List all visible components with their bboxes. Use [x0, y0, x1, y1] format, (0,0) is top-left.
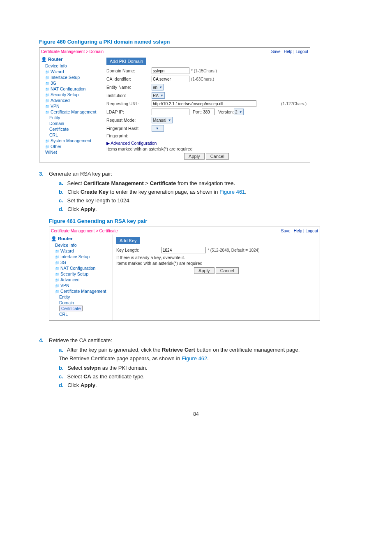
key-length-label: Key Length:: [116, 248, 161, 253]
hint: (1-127Chars.): [281, 102, 307, 106]
step-3c: c. Set the key length to 1024.: [59, 197, 353, 204]
tree-root[interactable]: 👤 Router: [51, 236, 111, 241]
step-4a-para: The Retrieve Certificate page appears, a…: [49, 355, 353, 362]
step-3b: b. Click Create Key to enter the key gen…: [59, 189, 353, 195]
tree-item[interactable]: Advanced: [45, 97, 101, 103]
tree-item[interactable]: NAT Configuration: [55, 265, 111, 271]
institution-select[interactable]: RA▼: [152, 92, 165, 99]
screenshot-461: Certificate Management > Certificate Sav…: [49, 227, 320, 321]
port-input[interactable]: [202, 109, 215, 115]
figure-461-link[interactable]: Figure 461: [219, 189, 245, 195]
chevron-down-icon: ▼: [239, 110, 242, 114]
fingerprint-hash-select[interactable]: ▼: [152, 125, 164, 132]
tree-item-crl[interactable]: CRL: [49, 132, 101, 138]
tree-item[interactable]: Wizard: [55, 248, 111, 254]
tree-item[interactable]: Certificate Management: [55, 288, 111, 294]
tree-item-crl[interactable]: CRL: [59, 311, 111, 317]
step-4-text: Retrieve the CA certificate:: [49, 337, 112, 343]
request-mode-select[interactable]: Manual▼: [152, 117, 173, 123]
tree-item-entity[interactable]: Entity: [59, 294, 111, 300]
hint: * (1-15Chars.): [191, 69, 217, 73]
step-3a: a. Select Certificate Management > Certi…: [59, 180, 353, 186]
tree-item[interactable]: Security Setup: [55, 271, 111, 277]
hint: * (512-2048, Default = 1024): [208, 248, 259, 253]
tree-item[interactable]: Wizard: [45, 69, 101, 74]
nav-tree[interactable]: 👤 Router Device Info Wizard Interface Se…: [39, 55, 103, 162]
nav-tree[interactable]: 👤 Router Device Info Wizard Interface Se…: [49, 234, 113, 320]
figure-462-link[interactable]: Figure 462: [182, 355, 207, 362]
ldap-ip-label: LDAP IP:: [106, 109, 152, 114]
tree-item[interactable]: Device Info: [45, 63, 101, 69]
tree-item[interactable]: VPN: [45, 103, 101, 109]
port-label: Port:: [193, 109, 202, 114]
tree-item[interactable]: Interface Setup: [55, 254, 111, 260]
tree-item[interactable]: Interface Setup: [45, 74, 101, 80]
fingerprint-label: Fingerprint:: [106, 133, 152, 138]
top-links[interactable]: Save | Help | Logout: [271, 49, 308, 54]
figure-461-title: Figure 461 Generating an RSA key pair: [49, 218, 353, 224]
tree-item-certificate[interactable]: Certificate: [59, 306, 83, 311]
tree-item[interactable]: System Management: [45, 138, 101, 144]
tree-item-entity[interactable]: Entity: [49, 115, 101, 121]
tree-item[interactable]: Advanced: [55, 277, 111, 283]
form-panel: Add PKI Domain Domain Name: * (1-15Chars…: [103, 55, 310, 162]
tree-item-domain[interactable]: Domain: [49, 121, 101, 126]
top-links[interactable]: Save | Help | Logout: [281, 229, 318, 233]
apply-button[interactable]: Apply: [194, 267, 214, 274]
step-4c: c. Select CA as the certificate type.: [59, 373, 353, 380]
required-note: Items marked with an asterisk(*) are req…: [116, 261, 316, 266]
tree-item[interactable]: Security Setup: [45, 92, 101, 97]
ca-id-label: CA Identifier:: [106, 76, 152, 81]
chevron-down-icon: ▼: [160, 94, 164, 97]
entity-name-select[interactable]: en▼: [152, 84, 164, 90]
apply-button[interactable]: Apply: [184, 153, 205, 160]
fingerprint-hash-label: Fingerprint Hash:: [106, 126, 152, 131]
page-number: 84: [39, 411, 353, 417]
tree-item[interactable]: Other: [45, 144, 101, 149]
version-label: Version:: [218, 109, 234, 114]
requesting-url-label: Requesting URL:: [106, 101, 152, 106]
chevron-down-icon: ▼: [159, 86, 162, 89]
step-4a: a. After the key pair is generated, clic…: [59, 347, 353, 353]
cancel-button[interactable]: Cancel: [206, 153, 229, 160]
tree-item[interactable]: Device Info: [55, 242, 111, 248]
ca-id-input[interactable]: [152, 76, 189, 82]
breadcrumb: Certificate Management > Domain: [41, 49, 104, 54]
advanced-config-link[interactable]: ▶ Advanced Configuration: [106, 141, 157, 146]
step-3d: d. Click Apply.: [59, 206, 353, 212]
breadcrumb: Certificate Management > Certificate: [51, 229, 118, 233]
step-4d: d. Click Apply.: [59, 382, 353, 388]
step-3-num: 3.: [39, 171, 49, 329]
tree-item-domain[interactable]: Domain: [59, 300, 111, 306]
tree-item[interactable]: 3G: [55, 260, 111, 265]
chevron-down-icon: ▼: [168, 118, 171, 122]
hint: (1-63Chars.): [191, 77, 214, 81]
step-3-text: Generate an RSA key pair:: [49, 171, 113, 177]
panel-header: Add PKI Domain: [106, 58, 146, 65]
screenshot-460: Certificate Management > Domain Save | H…: [39, 47, 310, 162]
tree-root[interactable]: 👤 Router: [41, 57, 101, 62]
required-note: Items marked with an asterisk(*) are req…: [106, 146, 307, 151]
institution-label: Institution:: [106, 93, 152, 98]
panel-header: Add Key: [116, 237, 140, 244]
tree-item[interactable]: 3G: [45, 80, 101, 86]
domain-name-input[interactable]: [152, 67, 189, 74]
domain-name-label: Domain Name:: [106, 68, 152, 73]
requesting-url-input[interactable]: [152, 100, 256, 107]
version-select[interactable]: 2▼: [234, 109, 243, 115]
overwrite-note: If there is already a key, overwrite it.: [116, 255, 316, 260]
tree-item[interactable]: Certificate Management: [45, 109, 101, 115]
chevron-down-icon: ▼: [156, 127, 159, 130]
tree-item-certificate[interactable]: Certificate: [49, 126, 101, 132]
figure-460-title: Figure 460 Configuring a PKI domain name…: [39, 39, 353, 45]
key-length-input[interactable]: [161, 247, 206, 253]
ldap-ip-input[interactable]: [152, 109, 189, 115]
form-panel: Add Key Key Length: * (512-2048, Default…: [113, 234, 320, 320]
tree-item[interactable]: NAT Configuration: [45, 86, 101, 92]
tree-item[interactable]: VPN: [55, 283, 111, 288]
entity-name-label: Entity Name:: [106, 85, 152, 90]
tree-item[interactable]: WiNet: [45, 149, 101, 155]
step-4b: b. Select sslvpn as the PKI domain.: [59, 365, 353, 371]
cancel-button[interactable]: Cancel: [216, 267, 239, 274]
step-4-num: 4.: [39, 337, 49, 391]
